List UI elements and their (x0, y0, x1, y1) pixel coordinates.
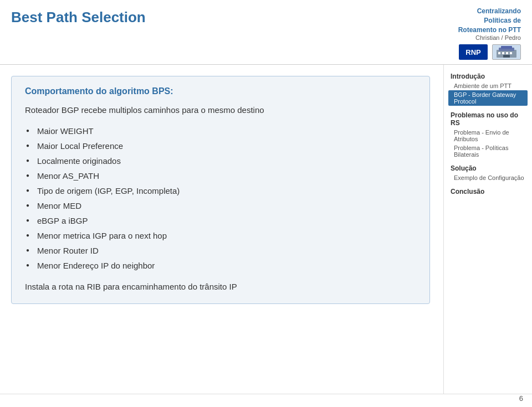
sidebar-item-bgp[interactable]: BGP - Border Gateway Protocol (448, 90, 528, 106)
sidebar-item-solucao[interactable]: Solução (448, 162, 528, 173)
sidebar-item-problemas[interactable]: Problemas no uso do RS (448, 109, 528, 128)
sidebar-section-problemas: Problemas no uso do RS Problema - Envio … (448, 109, 528, 159)
list-item: Menor Router ID (25, 243, 416, 258)
page-number: 6 (519, 394, 523, 403)
logos: RNP (458, 44, 521, 60)
intro-text: Roteador BGP recebe multiplos caminhos p… (25, 104, 416, 116)
authors-text: Christian / Pedro (458, 34, 521, 41)
section-title: Comportamento do algoritmo BPS: (25, 86, 416, 96)
main-content: Comportamento do algoritmo BPS: Roteador… (0, 65, 532, 394)
branding-text: Centralizando Políticas de Roteamento no… (458, 7, 521, 34)
list-item: eBGP a iBGP (25, 213, 416, 228)
sidebar-item-introducao[interactable]: Introdução (448, 70, 528, 81)
list-item: Menor Endereço IP do neighbor (25, 258, 416, 273)
header: Best Path Selection Centralizando Políti… (0, 0, 532, 65)
sidebar-item-exemplo[interactable]: Exemplo de Configuração (448, 173, 528, 182)
sidebar-item-problema-envio[interactable]: Problema - Envio de Atributos (448, 128, 528, 143)
content-box: Comportamento do algoritmo BPS: Roteador… (11, 76, 430, 304)
content-area: Comportamento do algoritmo BPS: Roteador… (0, 65, 443, 394)
svg-rect-4 (502, 52, 504, 54)
ufpr-logo (492, 44, 521, 60)
list-item: Menor MED (25, 198, 416, 213)
sidebar-item-conclusao[interactable]: Conclusão (448, 186, 528, 197)
header-right: Centralizando Políticas de Roteamento no… (458, 7, 521, 60)
list-item: Localmente originados (25, 153, 416, 168)
sidebar-section-intro: Introdução Ambiente de um PTT BGP - Bord… (448, 70, 528, 106)
list-item: Menor AS_PATH (25, 168, 416, 183)
svg-rect-3 (498, 52, 500, 54)
list-item: Menor metrica IGP para o next hop (25, 228, 416, 243)
page-footer: 6 (0, 394, 532, 407)
sidebar-item-ambiente[interactable]: Ambiente de um PTT (448, 81, 528, 90)
svg-rect-5 (506, 52, 508, 54)
rnp-logo: RNP (459, 44, 488, 60)
page-title: Best Path Selection (11, 7, 146, 26)
list-item: Tipo de origem (IGP, EGP, Incompleta) (25, 183, 416, 198)
svg-rect-2 (501, 46, 512, 49)
svg-rect-6 (510, 52, 512, 54)
bullet-list: Maior WEIGHT Maior Local Preference Loca… (25, 123, 416, 273)
sidebar: Introdução Ambiente de um PTT BGP - Bord… (443, 65, 532, 394)
footer-text: Instala a rota na RIB para encaminhament… (25, 281, 416, 292)
sidebar-section-solucao: Solução Exemplo de Configuração (448, 162, 528, 182)
list-item: Maior Local Preference (25, 138, 416, 153)
sidebar-section-conclusao: Conclusão (448, 186, 528, 197)
list-item: Maior WEIGHT (25, 123, 416, 138)
sidebar-item-problema-politicas[interactable]: Problema - Políticas Bilaterais (448, 143, 528, 159)
svg-rect-7 (503, 55, 510, 58)
